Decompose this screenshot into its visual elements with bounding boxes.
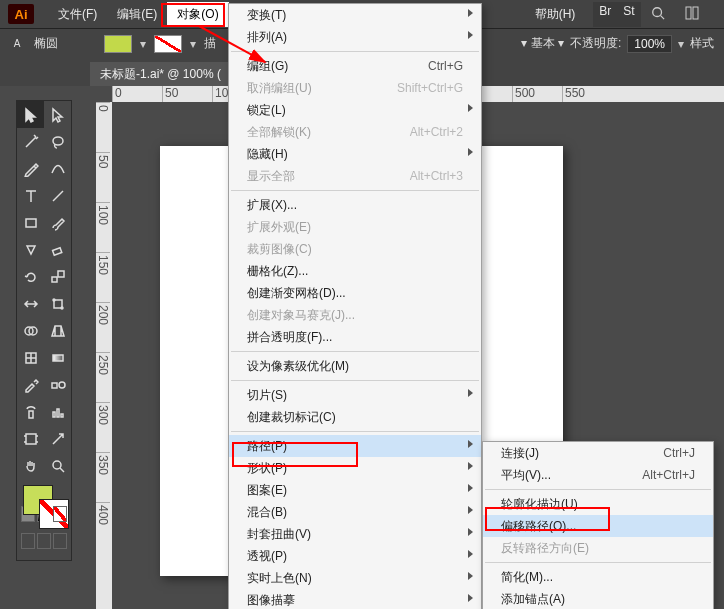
- style-button[interactable]: 样式: [690, 35, 714, 52]
- svg-point-11: [53, 299, 55, 301]
- shaper-tool[interactable]: [17, 236, 44, 263]
- object-menu-item-7[interactable]: 隐藏(H): [229, 143, 481, 165]
- path-submenu-item-4[interactable]: 偏移路径(O)...: [483, 515, 713, 537]
- path-submenu-item-1[interactable]: 平均(V)...Alt+Ctrl+J: [483, 464, 713, 486]
- object-menu-item-14[interactable]: 创建渐变网格(D)...: [229, 282, 481, 304]
- object-dropdown: 变换(T)排列(A)编组(G)Ctrl+G取消编组(U)Shift+Ctrl+G…: [228, 3, 482, 609]
- object-menu-item-30[interactable]: 图像描摹: [229, 589, 481, 609]
- svg-rect-8: [52, 277, 57, 282]
- menu-edit[interactable]: 编辑(E): [107, 2, 167, 27]
- object-menu-item-0[interactable]: 变换(T): [229, 4, 481, 26]
- path-submenu-item-7[interactable]: 简化(M)...: [483, 566, 713, 588]
- object-menu-item-8: 显示全部Alt+Ctrl+3: [229, 165, 481, 187]
- object-menu-item-28[interactable]: 透视(P): [229, 545, 481, 567]
- svg-line-25: [60, 468, 64, 472]
- hand-tool[interactable]: [17, 452, 44, 479]
- path-submenu-item-8[interactable]: 添加锚点(A): [483, 588, 713, 609]
- gradient-tool[interactable]: [44, 344, 71, 371]
- blend-tool[interactable]: [44, 371, 71, 398]
- free-transform-tool[interactable]: [44, 290, 71, 317]
- perspective-tool[interactable]: [44, 317, 71, 344]
- svg-point-24: [53, 461, 61, 469]
- curvature-tool[interactable]: [44, 155, 71, 182]
- svg-rect-9: [58, 271, 64, 277]
- object-menu-item-3[interactable]: 编组(G)Ctrl+G: [229, 55, 481, 77]
- svg-rect-2: [686, 7, 691, 19]
- document-tab[interactable]: 未标题-1.ai* @ 100% (: [90, 62, 231, 86]
- shape-label: 椭圆: [34, 35, 58, 52]
- line-tool[interactable]: [44, 182, 71, 209]
- mesh-tool[interactable]: [17, 344, 44, 371]
- object-menu-item-5[interactable]: 锁定(L): [229, 99, 481, 121]
- fill-swatch[interactable]: [104, 35, 132, 53]
- rectangle-tool[interactable]: [17, 209, 44, 236]
- eyedropper-tool[interactable]: [17, 371, 44, 398]
- paintbrush-tool[interactable]: [44, 209, 71, 236]
- eraser-tool[interactable]: [44, 236, 71, 263]
- column-graph-tool[interactable]: [44, 398, 71, 425]
- width-tool[interactable]: [17, 290, 44, 317]
- svg-rect-19: [29, 411, 33, 418]
- svg-point-0: [652, 7, 661, 16]
- doc-icon: A: [8, 37, 26, 51]
- svg-line-1: [660, 15, 664, 19]
- rotate-tool[interactable]: [17, 263, 44, 290]
- switch-stock-button[interactable]: St: [617, 2, 640, 27]
- object-menu-item-13[interactable]: 栅格化(Z)...: [229, 260, 481, 282]
- object-menu-item-12: 裁剪图像(C): [229, 238, 481, 260]
- slice-tool[interactable]: [44, 425, 71, 452]
- opacity-label: 不透明度:: [570, 35, 621, 52]
- svg-rect-22: [61, 414, 63, 417]
- pen-tool[interactable]: [17, 155, 44, 182]
- stroke-swatch[interactable]: [154, 35, 182, 53]
- artboard-tool[interactable]: [17, 425, 44, 452]
- path-submenu-item-0[interactable]: 连接(J)Ctrl+J: [483, 442, 713, 464]
- svg-rect-20: [53, 412, 55, 417]
- menu-file[interactable]: 文件(F): [48, 2, 107, 27]
- object-menu-item-1[interactable]: 排列(A): [229, 26, 481, 48]
- object-menu-item-21[interactable]: 创建裁切标记(C): [229, 406, 481, 428]
- svg-rect-6: [26, 219, 36, 227]
- path-submenu: 连接(J)Ctrl+J平均(V)...Alt+Ctrl+J轮廓化描边(U)偏移路…: [482, 441, 714, 609]
- object-menu-item-11: 扩展外观(E): [229, 216, 481, 238]
- shape-builder-tool[interactable]: [17, 317, 44, 344]
- svg-point-12: [61, 307, 63, 309]
- lasso-tool[interactable]: [44, 128, 71, 155]
- path-submenu-item-3[interactable]: 轮廓化描边(U): [483, 493, 713, 515]
- svg-point-18: [59, 382, 65, 388]
- style-dropdown[interactable]: ▾ 基本 ▾: [521, 35, 564, 52]
- object-menu-item-29[interactable]: 实时上色(N): [229, 567, 481, 589]
- svg-rect-7: [52, 247, 61, 254]
- object-menu-item-23[interactable]: 路径(P): [229, 435, 481, 457]
- opacity-field[interactable]: 100%: [627, 35, 672, 53]
- object-menu-item-4: 取消编组(U)Shift+Ctrl+G: [229, 77, 481, 99]
- selection-tool[interactable]: [17, 101, 44, 128]
- symbol-sprayer-tool[interactable]: [17, 398, 44, 425]
- svg-rect-17: [52, 383, 57, 388]
- direct-selection-tool[interactable]: [44, 101, 71, 128]
- scale-tool[interactable]: [44, 263, 71, 290]
- object-menu-item-26[interactable]: 混合(B): [229, 501, 481, 523]
- magic-wand-tool[interactable]: [17, 128, 44, 155]
- arrange-docs-icon[interactable]: [675, 2, 709, 27]
- draw-mode-row[interactable]: [17, 533, 71, 549]
- object-menu-item-25[interactable]: 图案(E): [229, 479, 481, 501]
- search-icon[interactable]: [641, 2, 675, 27]
- object-menu-item-27[interactable]: 封套扭曲(V): [229, 523, 481, 545]
- object-menu-item-10[interactable]: 扩展(X)...: [229, 194, 481, 216]
- type-tool[interactable]: [17, 182, 44, 209]
- object-menu-item-24[interactable]: 形状(P): [229, 457, 481, 479]
- zoom-tool[interactable]: [44, 452, 71, 479]
- illustrator-logo: Ai: [8, 4, 34, 24]
- ruler-vertical: 050100150200250300350400: [96, 102, 112, 609]
- svg-line-5: [53, 191, 63, 201]
- object-menu-item-20[interactable]: 切片(S): [229, 384, 481, 406]
- object-menu-item-18[interactable]: 设为像素级优化(M): [229, 355, 481, 377]
- object-menu-item-15: 创建对象马赛克(J)...: [229, 304, 481, 326]
- switch-bridge-button[interactable]: Br: [593, 2, 617, 27]
- menu-object[interactable]: 对象(O): [167, 2, 228, 27]
- path-submenu-item-5: 反转路径方向(E): [483, 537, 713, 559]
- stroke-label: 描: [204, 35, 216, 52]
- object-menu-item-16[interactable]: 拼合透明度(F)...: [229, 326, 481, 348]
- menu-help[interactable]: 帮助(H): [525, 2, 586, 27]
